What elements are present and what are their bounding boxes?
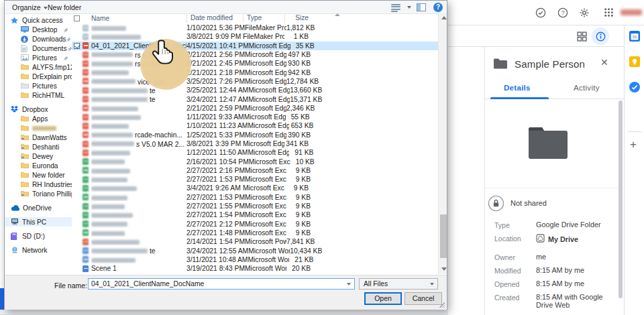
file-row[interactable]: 2/27/2021 2:12 PMMicrosoft Excel W...9 K… [72, 220, 438, 229]
file-row[interactable]: 2/27/2021 1:53 PMMicrosoft Excel W...9 K… [72, 175, 438, 184]
views-icon[interactable] [391, 4, 400, 11]
file-row[interactable]: 1/11/2021 9:33 AMMicrosoft Edge PD...55 … [72, 113, 438, 121]
file-row[interactable]: 1/10/2021 11:23 AMMicrosoft Edge PD...65… [72, 121, 438, 130]
sidebar-item-alyfs-fmp12-2021-0[interactable]: ALYFS.fmp12.2021-0 [5, 62, 72, 72]
open-button[interactable]: Open [364, 292, 402, 305]
organize-button[interactable]: Organize [12, 3, 48, 11]
sidebar-item-euronda[interactable]: Euronda [5, 161, 72, 170]
file-row[interactable]: vice_plan3/25/2021 7:26 PMMicrosoft Edge… [72, 77, 438, 86]
column-header-name[interactable]: Name [91, 15, 186, 22]
file-row[interactable]: 2/27/2021 1:54 PMMicrosoft Excel W...9 K… [72, 210, 438, 219]
blurred-text [91, 97, 148, 102]
column-header-date[interactable]: Date modified [186, 13, 243, 23]
sidebar-item-documents[interactable]: Documents [5, 44, 72, 53]
file-type: Microsoft Word D... [248, 256, 289, 263]
file-row[interactable]: 2/21/2021 2:59 PMMicrosoft Edge PD...2,3… [72, 104, 438, 113]
sidebar-item-new-folder[interactable]: New folder [5, 170, 72, 180]
list-scrollbar[interactable] [438, 13, 447, 274]
sidebar-item-sd-d-[interactable]: SD (D:) [5, 231, 72, 241]
file-type-icon-xls [83, 212, 89, 218]
column-header-size[interactable]: Size [284, 13, 315, 23]
sidebar-item-network[interactable]: Network [5, 245, 72, 255]
file-row[interactable]: 2/27/2021 2:16 PMMicrosoft Excel W...9 K… [72, 166, 438, 175]
file-row[interactable]: 04_01_2021_ClientName_DocName4/15/2021 1… [72, 42, 438, 50]
column-header-type[interactable]: Type [243, 13, 284, 23]
new-folder-button[interactable]: New folder [48, 3, 81, 11]
file-name-input[interactable]: 04_01_2021_ClientName_DocName [88, 278, 355, 290]
list-header[interactable]: Name Date modified Type Size [72, 13, 438, 23]
file-row[interactable]: 1/10/2021 5:36 PMFileMaker Pro Dat...1,8… [72, 23, 438, 32]
sidebar-item[interactable] [5, 123, 72, 133]
file-row[interactable]: 2/14/2021 1:54 PMMicrosoft PowerPo...7,8… [72, 237, 438, 246]
chevron-down-icon[interactable] [347, 283, 351, 286]
file-row[interactable]: s V5.0 MAR 2...3/8/2021 3:39 PMMicrosoft… [72, 139, 438, 148]
preview-pane-icon[interactable] [417, 3, 426, 11]
file-row[interactable]: rcade-machin...1/25/2021 5:33 PMMicrosof… [72, 131, 438, 139]
tab-activity[interactable]: Activity [574, 84, 600, 92]
sidebar-item-rh-industries[interactable]: RH Industries [5, 180, 72, 189]
file-row[interactable]: rs (empl2/21/2021 2:45 PMMicrosoft Edge … [72, 59, 438, 68]
sidebar-item-label: DawnWatts [32, 134, 67, 141]
dialog-help-icon[interactable]: ? [433, 3, 443, 12]
file-row[interactable]: te3/24/2021 12:47 AMMicrosoft Edge PD...… [72, 94, 438, 103]
tasks-icon[interactable] [629, 82, 640, 92]
file-row[interactable]: 2/16/2021 10:54 PMMicrosoft Excel W...10… [72, 157, 438, 166]
file-row[interactable]: 1/12/2021 11:50 AMMicrosoft Edge PD...91… [72, 148, 438, 157]
folder-icon [21, 180, 29, 188]
calendar-icon[interactable]: 31 [629, 31, 640, 42]
settings-gear-icon[interactable] [579, 7, 590, 18]
scrollbar-thumb[interactable] [440, 214, 447, 258]
info-icon[interactable] [592, 27, 609, 45]
sidebar-item-apps[interactable]: Apps [5, 114, 72, 123]
sidebar-item-dewey[interactable]: Dewey [5, 151, 72, 161]
sidebar-item-onedrive[interactable]: OneDrive [5, 203, 72, 212]
collapse-panel-icon[interactable]: › [631, 312, 635, 315]
scroll-down-icon[interactable] [441, 267, 447, 271]
resize-grip[interactable] [439, 302, 445, 308]
sidebar-item-toriano-phillips[interactable]: Toriano Phillips [5, 189, 72, 198]
file-row[interactable]: 2/21/2021 2:18 PMMicrosoft Edge PD...942… [72, 68, 438, 76]
sidebar-item-drexplain-projects[interactable]: DrExplain projects [5, 72, 72, 81]
sidebar-item-desktop[interactable]: Desktop [5, 25, 72, 34]
scroll-up-icon[interactable] [441, 16, 447, 19]
views-chevron-icon[interactable] [407, 6, 411, 9]
get-add-ons-icon[interactable]: + [630, 138, 637, 151]
sidebar-item-pictures[interactable]: Pictures [5, 81, 72, 90]
tab-details[interactable]: Details [504, 84, 531, 92]
sidebar-item-dropbox[interactable]: Dropbox [5, 105, 72, 114]
file-row[interactable]: rs (clie2/21/2021 2:56 PMMicrosoft Edge … [72, 50, 438, 59]
file-type-select[interactable]: All Files [359, 278, 438, 290]
sidebar-item-label: Quick access [22, 17, 63, 24]
sidebar-item-richhtml[interactable]: RichHTML [5, 90, 72, 100]
file-row[interactable]: 3/8/2021 9:09 PMFileMaker Pro Sna...1 KB [72, 32, 438, 41]
file-row[interactable]: Scene 13/19/2021 8:43 PMMicrosoft Word D… [72, 264, 438, 273]
checkbox-checked[interactable] [74, 43, 80, 49]
sidebar-item-downloads[interactable]: Downloads [5, 34, 72, 44]
file-row[interactable]: 2/27/2021 1:53 PMMicrosoft Excel W...9 K… [72, 193, 438, 202]
file-row[interactable]: te3/25/2021 12:44 AMMicrosoft Edge PD...… [72, 86, 438, 94]
sidebar-item-quick-access[interactable]: Quick access [5, 15, 72, 25]
file-row[interactable]: te3/24/2021 12:55 AMMicrosoft Word D...1… [72, 246, 438, 255]
folder-icon [21, 63, 29, 71]
close-icon[interactable]: ✕ [600, 57, 608, 68]
check-circle-icon[interactable] [535, 7, 546, 18]
sidebar-item-label: This PC [22, 218, 46, 226]
drive-top-bar: ? [443, 0, 644, 25]
sidebar-item-pictures[interactable]: Pictures [5, 53, 72, 62]
sidebar-item-dawnwatts[interactable]: DawnWatts [5, 133, 72, 142]
select-all-checkbox[interactable] [74, 15, 80, 21]
file-name [91, 220, 186, 228]
grid-view-icon[interactable] [577, 32, 587, 42]
apps-grid-icon[interactable] [604, 7, 614, 18]
sidebar-item-deshanti[interactable]: Deshanti [5, 142, 72, 151]
file-row[interactable]: 3/11/2021 10:48 AMMicrosoft Word D...21 … [72, 255, 438, 264]
cancel-button[interactable]: Cancel [405, 292, 442, 305]
file-row[interactable]: 3/4/2021 9:26 AMMicrosoft Excel W...9 KB [72, 184, 438, 192]
sidebar-item-this-pc[interactable]: This PC [5, 217, 72, 227]
help-icon[interactable]: ? [557, 7, 568, 18]
file-row[interactable]: 2/27/2021 1:55 PMMicrosoft Excel W...9 K… [72, 202, 438, 210]
file-row[interactable]: 2/27/2021 1:48 PMMicrosoft Excel W...9 K… [72, 229, 438, 237]
panel-scrollbar[interactable] [619, 101, 623, 298]
keep-icon[interactable] [629, 56, 640, 67]
chevron-down-icon[interactable] [430, 283, 434, 286]
